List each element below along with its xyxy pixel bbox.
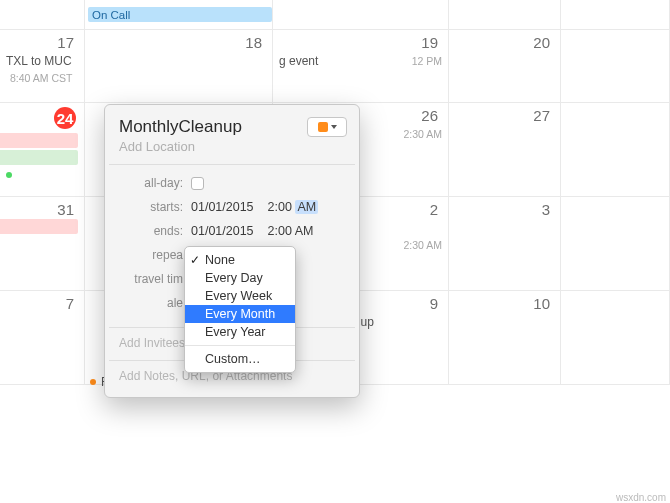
- cell-r2-extra[interactable]: [561, 103, 670, 197]
- event-time: 8:40 AM CST: [6, 72, 72, 84]
- event-location-input[interactable]: Add Location: [119, 139, 345, 154]
- label-alert: ale: [119, 296, 191, 310]
- day-number: 31: [57, 201, 74, 218]
- dot-icon: [6, 172, 12, 178]
- repeat-dropdown-menu: ✓ None Every Day Every Week Every Month …: [184, 246, 296, 373]
- cell-20[interactable]: 20: [449, 30, 561, 103]
- cell-27[interactable]: 27: [449, 103, 561, 197]
- calendar-app: 17 TXL to MUC 8:40 AM CST 18 19 g event …: [0, 0, 670, 503]
- cell-7[interactable]: 7: [0, 291, 85, 385]
- all-day-checkbox[interactable]: [191, 177, 204, 190]
- cell-19[interactable]: 19 g event 12 PM: [273, 30, 449, 103]
- event-pill-red-31[interactable]: [0, 219, 78, 234]
- cell-r0-c0[interactable]: [0, 0, 85, 30]
- ends-time-input[interactable]: 2:00 AM: [268, 224, 314, 238]
- event-dot-green[interactable]: [6, 167, 78, 182]
- menu-item-every-day[interactable]: Every Day: [185, 269, 295, 287]
- event-time: 2:30 AM: [399, 239, 442, 251]
- event-on-call[interactable]: On Call: [88, 7, 272, 22]
- event-txl-to-muc[interactable]: TXL to MUC: [6, 53, 78, 68]
- day-number: 2: [430, 201, 438, 218]
- menu-item-every-month[interactable]: Every Month: [185, 305, 295, 323]
- label-ends: ends:: [119, 224, 191, 238]
- event-pill-red[interactable]: [0, 133, 78, 148]
- watermark: wsxdn.com: [616, 492, 666, 503]
- cell-18[interactable]: 18: [85, 30, 273, 103]
- cell-17[interactable]: 17 TXL to MUC 8:40 AM CST: [0, 30, 85, 103]
- color-swatch-icon: [318, 122, 328, 132]
- menu-item-custom[interactable]: Custom…: [185, 350, 295, 368]
- cell-r1-extra[interactable]: [561, 30, 670, 103]
- starts-time-input[interactable]: 2:00 AM: [268, 200, 319, 214]
- day-number: 17: [57, 34, 74, 51]
- cell-r3-extra[interactable]: [561, 197, 670, 291]
- day-number: 9: [430, 295, 438, 312]
- event-g-event[interactable]: g event 12 PM: [279, 53, 442, 68]
- menu-separator: [185, 345, 295, 346]
- cell-31[interactable]: 31: [0, 197, 85, 291]
- label-starts: starts:: [119, 200, 191, 214]
- event-title: g event: [279, 54, 318, 68]
- cell-3[interactable]: 3: [449, 197, 561, 291]
- day-number: 10: [533, 295, 550, 312]
- cell-r0-c2[interactable]: [273, 0, 449, 30]
- label-travel-time: travel tim: [119, 272, 191, 286]
- checkmark-icon: ✓: [190, 253, 200, 267]
- ends-date-input[interactable]: 01/01/2015: [191, 224, 254, 238]
- day-number: 20: [533, 34, 550, 51]
- day-number: 26: [421, 107, 438, 124]
- day-number: 18: [245, 34, 262, 51]
- starts-date-input[interactable]: 01/01/2015: [191, 200, 254, 214]
- cell-r0-c3[interactable]: [449, 0, 561, 30]
- day-number: 3: [542, 201, 550, 218]
- chevron-down-icon: [331, 125, 337, 129]
- day-number: 27: [533, 107, 550, 124]
- event-pill-green[interactable]: [0, 150, 78, 165]
- event-time-line: 8:40 AM CST: [6, 70, 78, 85]
- row-all-day: all-day:: [119, 173, 345, 193]
- event-title: TXL to MUC: [6, 54, 72, 68]
- cell-r4-extra[interactable]: [561, 291, 670, 385]
- day-number-today: 24: [54, 107, 76, 129]
- label-all-day: all-day:: [119, 176, 191, 190]
- cell-10[interactable]: 10: [449, 291, 561, 385]
- event-time: 12 PM: [408, 55, 442, 67]
- cell-r0-c4[interactable]: [561, 0, 670, 30]
- row-starts: starts: 01/01/2015 2:00 AM: [119, 197, 345, 217]
- day-number: 19: [421, 34, 438, 51]
- event-time: 2:30 AM: [399, 128, 442, 140]
- label-repeat: repea: [119, 248, 191, 262]
- menu-item-every-week[interactable]: Every Week: [185, 287, 295, 305]
- menu-item-none[interactable]: ✓ None: [185, 251, 295, 269]
- starts-ampm-selected[interactable]: AM: [295, 200, 318, 214]
- cell-24[interactable]: 24: [0, 103, 85, 197]
- menu-item-every-year[interactable]: Every Year: [185, 323, 295, 341]
- calendar-color-selector[interactable]: [307, 117, 347, 137]
- row-ends: ends: 01/01/2015 2:00 AM: [119, 221, 345, 241]
- dot-icon: [90, 379, 96, 385]
- event-title: On Call: [92, 9, 130, 21]
- day-number: 7: [66, 295, 74, 312]
